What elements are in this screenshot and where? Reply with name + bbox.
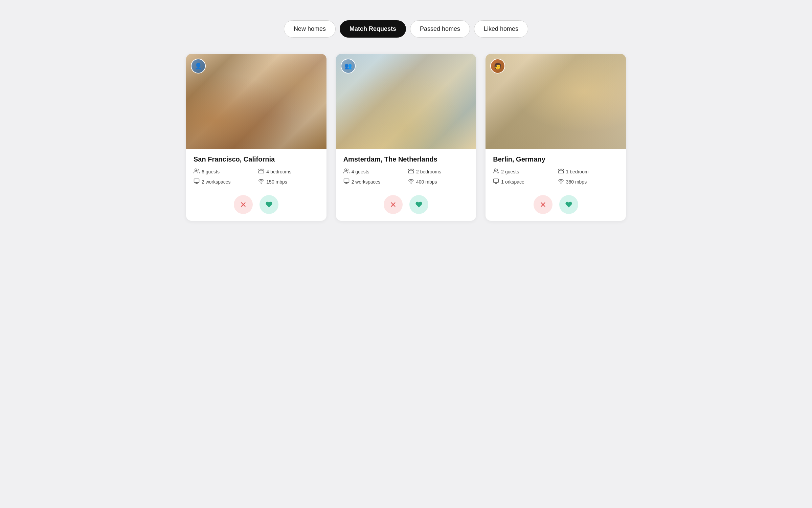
svg-point-12 <box>561 183 561 184</box>
workspace-label-amsterdam: 2 workspaces <box>352 179 381 185</box>
bedrooms-label-sf: 4 bedrooms <box>266 169 291 174</box>
wifi-icon <box>258 178 264 186</box>
svg-rect-6 <box>344 179 349 183</box>
like-button-berlin[interactable] <box>559 195 578 214</box>
like-button-amsterdam[interactable] <box>409 195 428 214</box>
detail-guests-amsterdam: 4 guests <box>343 168 404 175</box>
wifi-icon <box>558 178 564 186</box>
card-title-sf: San Francisco, California <box>194 155 319 163</box>
card-body-sf: San Francisco, California 6 guests <box>186 149 326 221</box>
detail-workspace-amsterdam: 2 workspaces <box>343 178 404 186</box>
tab-new-homes[interactable]: New homes <box>284 20 336 38</box>
bedrooms-icon <box>258 168 264 175</box>
guests-icon <box>493 168 499 175</box>
detail-wifi-amsterdam: 400 mbps <box>408 178 469 186</box>
workspace-label-sf: 2 workspaces <box>202 179 231 185</box>
card-title-amsterdam: Amsterdam, The Netherlands <box>343 155 469 163</box>
workspace-icon <box>493 178 499 186</box>
svg-point-10 <box>494 169 496 171</box>
guests-label-sf: 6 guests <box>202 169 220 174</box>
detail-guests-sf: 6 guests <box>194 168 254 175</box>
detail-workspace-berlin: 1 orkspace <box>493 178 554 186</box>
detail-bedrooms-berlin: 1 bedroom <box>558 168 618 175</box>
wifi-label-berlin: 380 mbps <box>566 179 587 185</box>
bedrooms-icon <box>558 168 564 175</box>
detail-guests-berlin: 2 guests <box>493 168 554 175</box>
card-body-berlin: Berlin, Germany 2 guests <box>486 149 626 221</box>
avatar-sf: 👤 <box>191 59 206 73</box>
pass-button-berlin[interactable] <box>534 195 552 214</box>
card-berlin: 🧑 Berlin, Germany <box>486 54 626 221</box>
svg-point-5 <box>344 169 346 171</box>
wifi-label-sf: 150 mbps <box>266 179 287 185</box>
workspace-icon <box>194 178 200 186</box>
tab-match-requests[interactable]: Match Requests <box>340 20 406 38</box>
cards-grid: 👤 San Francisco, California <box>186 54 626 221</box>
card-amsterdam: 👥 Amsterdam, The Netherlands <box>336 54 476 221</box>
svg-point-0 <box>195 169 197 171</box>
guests-label-berlin: 2 guests <box>501 169 519 174</box>
card-image-sf <box>186 54 326 149</box>
card-image-wrapper-amsterdam: 👥 <box>336 54 476 149</box>
guests-label-amsterdam: 4 guests <box>352 169 369 174</box>
svg-point-2 <box>261 183 262 184</box>
guests-icon <box>194 168 200 175</box>
card-actions-berlin <box>493 192 618 215</box>
card-image-wrapper-berlin: 🧑 <box>486 54 626 149</box>
workspace-label-berlin: 1 orkspace <box>501 179 524 185</box>
like-button-sf[interactable] <box>260 195 278 214</box>
avatar-amsterdam: 👥 <box>341 59 356 73</box>
card-image-wrapper-sf: 👤 <box>186 54 326 149</box>
card-image-berlin <box>486 54 626 149</box>
tab-bar: New homesMatch RequestsPassed homesLiked… <box>284 20 528 38</box>
workspace-icon <box>343 178 349 186</box>
avatar-berlin: 🧑 <box>490 59 505 73</box>
card-details-sf: 6 guests 4 bedrooms <box>194 168 319 186</box>
detail-bedrooms-amsterdam: 2 bedrooms <box>408 168 469 175</box>
card-title-berlin: Berlin, Germany <box>493 155 618 163</box>
card-details-berlin: 2 guests 1 bedroom <box>493 168 618 186</box>
bedrooms-label-amsterdam: 2 bedrooms <box>416 169 441 174</box>
wifi-icon <box>408 178 414 186</box>
bedrooms-icon <box>408 168 414 175</box>
wifi-label-amsterdam: 400 mbps <box>416 179 437 185</box>
card-details-amsterdam: 4 guests 2 bedrooms <box>343 168 469 186</box>
detail-bedrooms-sf: 4 bedrooms <box>258 168 319 175</box>
guests-icon <box>343 168 349 175</box>
tab-liked-homes[interactable]: Liked homes <box>474 20 528 38</box>
bedrooms-label-berlin: 1 bedroom <box>566 169 589 174</box>
svg-rect-11 <box>494 179 499 183</box>
detail-wifi-sf: 150 mbps <box>258 178 319 186</box>
tab-passed-homes[interactable]: Passed homes <box>410 20 470 38</box>
card-body-amsterdam: Amsterdam, The Netherlands 4 guests <box>336 149 476 221</box>
card-actions-amsterdam <box>343 192 469 215</box>
card-image-amsterdam <box>336 54 476 149</box>
card-actions-sf <box>194 192 319 215</box>
pass-button-sf[interactable] <box>234 195 253 214</box>
svg-point-7 <box>411 183 411 184</box>
detail-wifi-berlin: 380 mbps <box>558 178 618 186</box>
pass-button-amsterdam[interactable] <box>384 195 403 214</box>
card-sf: 👤 San Francisco, California <box>186 54 326 221</box>
detail-workspace-sf: 2 workspaces <box>194 178 254 186</box>
svg-rect-1 <box>194 179 199 183</box>
